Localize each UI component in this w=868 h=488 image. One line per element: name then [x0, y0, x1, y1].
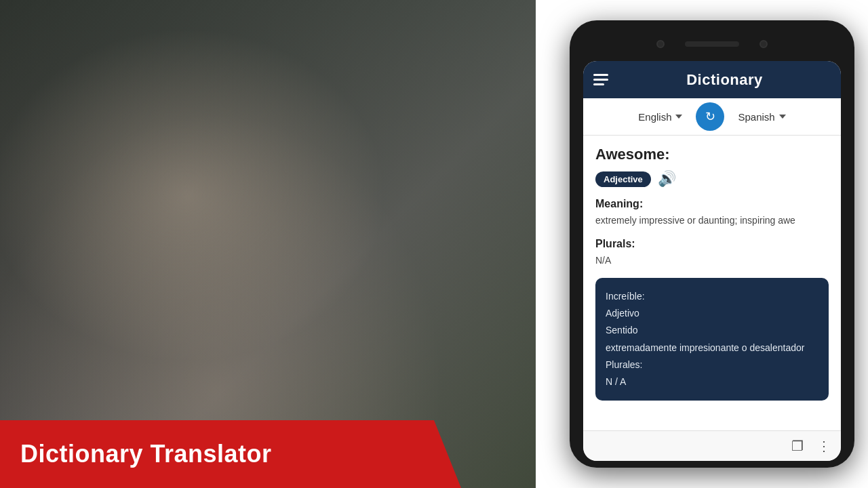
target-language-chevron-icon — [779, 115, 786, 119]
part-of-speech-tag: Adjective — [595, 171, 651, 187]
word-tags-row: Adjective 🔊 — [595, 170, 829, 188]
dictionary-content: Awesome: Adjective 🔊 Meaning: extremely … — [583, 136, 841, 430]
phone-bottom-bar: ❐ ⋮ — [583, 430, 841, 461]
phone-device: Dictionary English ↻ Spanish Awesome: Ad… — [570, 20, 854, 468]
translation-meaning-value: extremadamente impresionante o desalenta… — [606, 342, 804, 353]
app-header: Dictionary — [583, 61, 841, 98]
background-photo — [0, 0, 536, 488]
word-title: Awesome: — [595, 146, 829, 163]
hamburger-menu-button[interactable] — [593, 74, 608, 85]
meaning-value: extremely impressive or daunting; inspir… — [595, 214, 829, 228]
translation-content: Increíble: Adjetivo Sentido extremadamen… — [606, 288, 818, 390]
copy-button[interactable]: ❐ — [791, 438, 804, 454]
language-bar: English ↻ Spanish — [583, 98, 841, 136]
source-language-label: English — [638, 111, 671, 123]
hamburger-line-2 — [593, 79, 608, 81]
source-language-chevron-icon — [675, 115, 682, 119]
translation-plurals-value: N / A — [606, 376, 626, 387]
share-button[interactable]: ⋮ — [817, 438, 831, 454]
phone-camera-right — [760, 40, 768, 48]
swap-icon: ↻ — [705, 109, 715, 124]
sound-button[interactable]: 🔊 — [658, 170, 676, 188]
source-language-button[interactable]: English — [631, 107, 689, 127]
app-title: Dictionary — [618, 71, 831, 89]
translation-meaning-label: Sentido — [606, 325, 637, 336]
phone-top-bar — [576, 27, 848, 61]
target-language-button[interactable]: Spanish — [731, 107, 792, 127]
phone-speaker — [685, 41, 739, 47]
hamburger-line-3 — [593, 83, 604, 85]
plurals-label: Plurals: — [595, 238, 829, 250]
hamburger-line-1 — [593, 74, 608, 76]
target-language-label: Spanish — [738, 111, 774, 123]
meaning-label: Meaning: — [595, 198, 829, 210]
translation-pos: Adjetivo — [606, 308, 639, 319]
bottom-banner: Dictionary Translator — [0, 420, 461, 488]
swap-languages-button[interactable]: ↻ — [696, 102, 724, 131]
phone-screen: Dictionary English ↻ Spanish Awesome: Ad… — [583, 61, 841, 461]
translation-word: Increíble: — [606, 291, 645, 302]
translation-box: Increíble: Adjetivo Sentido extremadamen… — [595, 278, 829, 401]
plurals-value: N/A — [595, 253, 829, 268]
phone-camera-left — [656, 40, 665, 48]
banner-text: Dictionary Translator — [20, 440, 272, 468]
translation-plurals-label: Plurales: — [606, 359, 642, 370]
